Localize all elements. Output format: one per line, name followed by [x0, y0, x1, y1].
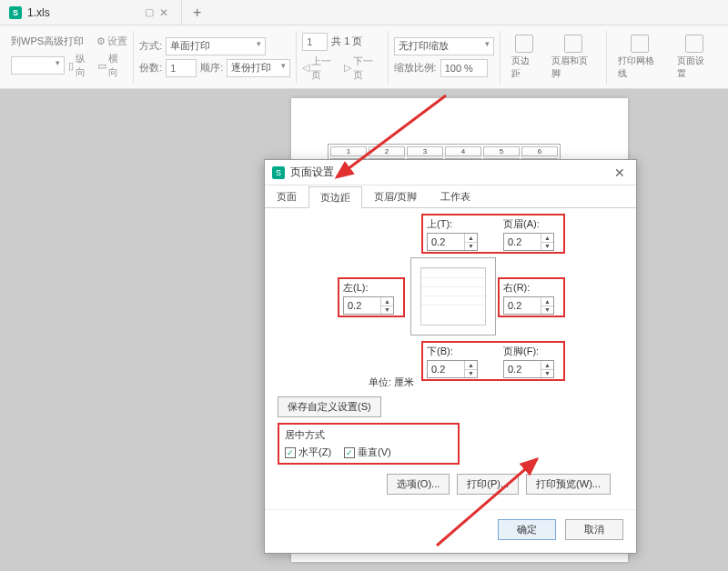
margin-footer-label: 页脚(F): — [503, 345, 554, 358]
file-tab-name: 1.xls — [27, 6, 50, 19]
page-setup-dialog: S 页面设置 ✕ 页面 页边距 页眉/页脚 工作表 上(T): 0.2▲▼ 页眉… — [264, 159, 637, 554]
app-icon: S — [272, 166, 285, 179]
check-icon: ✓ — [344, 447, 355, 458]
margin-top-label: 上(T): — [427, 217, 478, 231]
options-button[interactable]: 选项(O)... — [387, 474, 450, 495]
app-icon: S — [9, 6, 22, 19]
header-footer-button[interactable]: 页眉和页脚 — [546, 31, 601, 84]
margin-bottom-input[interactable]: 0.2▲▼ — [427, 360, 478, 378]
margin-bottom-field: 下(B): 0.2▲▼ — [427, 345, 478, 378]
tab-sheet[interactable]: 工作表 — [429, 185, 482, 207]
ok-button[interactable]: 确定 — [498, 519, 556, 540]
tab-headerfooter[interactable]: 页眉/页脚 — [362, 185, 429, 207]
margin-left-label: 左(L): — [343, 281, 394, 295]
margin-right-label: 右(R): — [503, 281, 554, 295]
pagesetup-icon — [685, 35, 703, 53]
dialog-tabs: 页面 页边距 页眉/页脚 工作表 — [265, 185, 636, 208]
orientation-landscape[interactable]: ▭ 横向 — [97, 52, 127, 79]
new-tab-button[interactable]: + — [182, 5, 212, 21]
margin-header-input[interactable]: 0.2▲▼ — [503, 233, 554, 251]
copies-label: 份数: — [139, 61, 162, 75]
up-icon[interactable]: ▲ — [541, 361, 553, 370]
print-mode-select[interactable]: 单面打印 — [166, 37, 266, 55]
margins-button[interactable]: 页边距 — [506, 31, 543, 84]
up-icon[interactable]: ▲ — [541, 297, 553, 306]
save-custom-button[interactable]: 保存自定义设置(S) — [278, 396, 381, 417]
tab-bar: S 1.xls ▢ ✕ + — [0, 0, 728, 25]
margin-preview — [410, 257, 496, 336]
down-icon[interactable]: ▼ — [541, 306, 553, 315]
down-icon[interactable]: ▼ — [541, 370, 553, 378]
prev-page-button[interactable]: ◁上一页 — [302, 55, 340, 82]
ribbon: 到WPS高级打印 ⚙设置 ▯ 纵向 ▭ 横向 方式: 单面打印 份数: 1 顺序… — [0, 25, 728, 89]
close-icon[interactable]: ✕ — [611, 165, 629, 180]
scale-input[interactable]: 100 % — [440, 59, 488, 77]
tab-margins[interactable]: 页边距 — [308, 186, 362, 208]
center-mode-label: 居中方式 — [285, 428, 452, 442]
order-select[interactable]: 逐份打印 — [227, 59, 290, 77]
link-icon: ⚙ — [96, 35, 106, 47]
up-icon[interactable]: ▲ — [465, 361, 477, 370]
order-label: 顺序: — [200, 61, 223, 75]
up-icon[interactable]: ▲ — [541, 234, 553, 243]
up-icon[interactable]: ▲ — [381, 297, 393, 306]
settings-button[interactable]: ⚙设置 — [96, 35, 127, 48]
dialog-title: 页面设置 — [290, 165, 611, 180]
margins-icon — [515, 35, 533, 53]
margin-header-field: 页眉(A): 0.2▲▼ — [503, 217, 554, 251]
page-current-input[interactable]: 1 — [302, 33, 328, 51]
headerfooter-icon — [564, 35, 582, 53]
scale-label: 缩放比例: — [394, 61, 437, 75]
center-vertical-checkbox[interactable]: ✓垂直(V) — [344, 446, 391, 459]
file-tab[interactable]: S 1.xls ▢ ✕ — [0, 0, 182, 25]
margin-footer-input[interactable]: 0.2▲▼ — [503, 360, 554, 378]
next-page-button[interactable]: ▷下一页 — [344, 55, 382, 82]
highlight-center: 居中方式 ✓水平(Z) ✓垂直(V) — [278, 423, 460, 465]
gridlines-icon — [631, 35, 649, 53]
margin-left-input[interactable]: 0.2▲▼ — [343, 296, 394, 315]
check-icon: ✓ — [285, 447, 296, 458]
margin-bottom-label: 下(B): — [427, 345, 478, 358]
paper-select[interactable] — [11, 56, 65, 75]
close-tab-icon[interactable]: ✕ — [159, 6, 168, 19]
up-icon[interactable]: ▲ — [465, 234, 477, 243]
margin-header-label: 页眉(A): — [503, 217, 554, 231]
pin-icon[interactable]: ▢ — [145, 6, 154, 18]
scale-mode-select[interactable]: 无打印缩放 — [394, 37, 494, 55]
print-preview-button[interactable]: 打印预览(W)... — [526, 474, 611, 495]
print-button[interactable]: 打印(P)... — [457, 474, 519, 495]
margin-top-input[interactable]: 0.2▲▼ — [427, 233, 478, 251]
orientation-portrait[interactable]: ▯ 纵向 — [68, 52, 95, 79]
margin-footer-field: 页脚(F): 0.2▲▼ — [503, 345, 554, 378]
page-setup-button[interactable]: 页面设置 — [672, 31, 717, 84]
wps-print-label: 到WPS高级打印 — [11, 35, 84, 48]
margin-right-input[interactable]: 0.2▲▼ — [503, 296, 554, 315]
tab-page[interactable]: 页面 — [265, 185, 308, 207]
cancel-button[interactable]: 取消 — [565, 519, 623, 540]
center-horizontal-checkbox[interactable]: ✓水平(Z) — [285, 446, 331, 459]
down-icon[interactable]: ▼ — [381, 306, 393, 315]
margin-left-field: 左(L): 0.2▲▼ — [343, 281, 394, 315]
dialog-titlebar: S 页面设置 ✕ — [265, 160, 636, 185]
page-total-label: 共 1 页 — [331, 35, 362, 48]
mode-label: 方式: — [139, 39, 162, 53]
margin-right-field: 右(R): 0.2▲▼ — [503, 281, 554, 315]
gridlines-button[interactable]: 打印网格线 — [612, 31, 667, 84]
down-icon[interactable]: ▼ — [465, 370, 477, 378]
margin-top-field: 上(T): 0.2▲▼ — [427, 217, 478, 251]
down-icon[interactable]: ▼ — [541, 243, 553, 251]
copies-input[interactable]: 1 — [166, 59, 197, 77]
down-icon[interactable]: ▼ — [465, 243, 477, 251]
